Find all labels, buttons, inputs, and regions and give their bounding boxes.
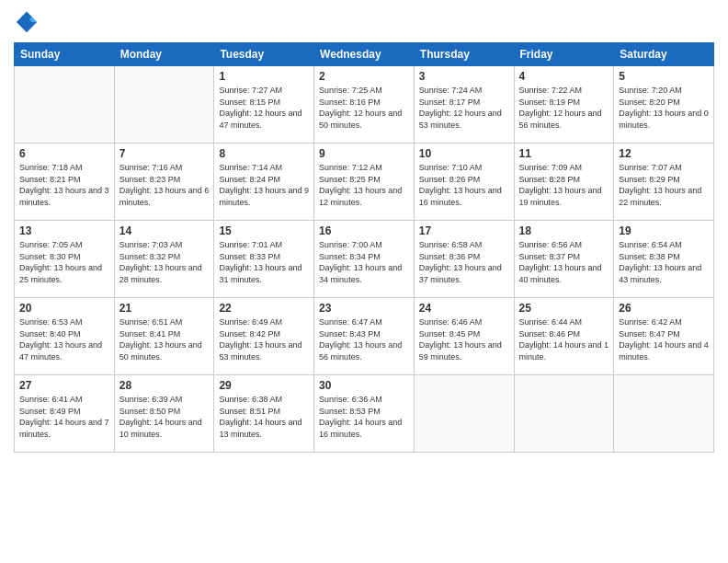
header [14, 9, 714, 35]
calendar-cell: 22Sunrise: 6:49 AM Sunset: 8:42 PM Dayli… [214, 298, 314, 375]
day-number: 24 [419, 302, 509, 315]
day-number: 30 [319, 379, 409, 392]
day-number: 20 [19, 302, 109, 315]
calendar-cell: 16Sunrise: 7:00 AM Sunset: 8:34 PM Dayli… [314, 221, 415, 298]
day-number: 23 [319, 302, 409, 315]
day-info: Sunrise: 6:44 AM Sunset: 8:46 PM Dayligh… [519, 316, 609, 362]
day-number: 15 [219, 224, 309, 237]
calendar-cell: 11Sunrise: 7:09 AM Sunset: 8:28 PM Dayli… [514, 144, 614, 221]
calendar-cell: 23Sunrise: 6:47 AM Sunset: 8:43 PM Dayli… [314, 298, 415, 375]
day-info: Sunrise: 7:09 AM Sunset: 8:28 PM Dayligh… [519, 162, 609, 208]
day-info: Sunrise: 6:56 AM Sunset: 8:37 PM Dayligh… [519, 239, 609, 285]
calendar-cell [15, 66, 115, 144]
calendar-cell: 12Sunrise: 7:07 AM Sunset: 8:29 PM Dayli… [614, 144, 714, 221]
day-number: 5 [619, 70, 709, 83]
day-info: Sunrise: 7:20 AM Sunset: 8:20 PM Dayligh… [619, 85, 709, 131]
calendar-header-wednesday: Wednesday [314, 43, 415, 66]
calendar-week-1: 1Sunrise: 7:27 AM Sunset: 8:15 PM Daylig… [15, 66, 714, 144]
calendar-cell [114, 66, 214, 144]
calendar-week-5: 27Sunrise: 6:41 AM Sunset: 8:49 PM Dayli… [15, 375, 714, 453]
calendar-cell: 19Sunrise: 6:54 AM Sunset: 8:38 PM Dayli… [614, 221, 714, 298]
day-info: Sunrise: 7:24 AM Sunset: 8:17 PM Dayligh… [419, 85, 509, 131]
day-info: Sunrise: 6:42 AM Sunset: 8:47 PM Dayligh… [619, 316, 709, 362]
logo [14, 9, 43, 35]
day-info: Sunrise: 6:49 AM Sunset: 8:42 PM Dayligh… [219, 316, 309, 362]
calendar-cell [414, 375, 514, 453]
calendar-cell: 7Sunrise: 7:16 AM Sunset: 8:23 PM Daylig… [114, 144, 214, 221]
day-info: Sunrise: 6:58 AM Sunset: 8:36 PM Dayligh… [419, 239, 509, 285]
day-number: 22 [219, 302, 309, 315]
calendar-cell: 25Sunrise: 6:44 AM Sunset: 8:46 PM Dayli… [514, 298, 614, 375]
day-number: 26 [619, 302, 709, 315]
day-number: 7 [119, 147, 210, 160]
calendar-header-thursday: Thursday [414, 43, 514, 66]
day-number: 6 [19, 147, 109, 160]
day-info: Sunrise: 6:47 AM Sunset: 8:43 PM Dayligh… [319, 316, 409, 362]
day-info: Sunrise: 6:41 AM Sunset: 8:49 PM Dayligh… [19, 394, 109, 440]
day-info: Sunrise: 7:12 AM Sunset: 8:25 PM Dayligh… [319, 162, 409, 208]
calendar-cell: 21Sunrise: 6:51 AM Sunset: 8:41 PM Dayli… [114, 298, 214, 375]
calendar-cell: 20Sunrise: 6:53 AM Sunset: 8:40 PM Dayli… [15, 298, 115, 375]
day-info: Sunrise: 7:27 AM Sunset: 8:15 PM Dayligh… [219, 85, 309, 131]
calendar-cell: 17Sunrise: 6:58 AM Sunset: 8:36 PM Dayli… [414, 221, 514, 298]
calendar-cell: 6Sunrise: 7:18 AM Sunset: 8:21 PM Daylig… [15, 144, 115, 221]
calendar-cell: 5Sunrise: 7:20 AM Sunset: 8:20 PM Daylig… [614, 66, 714, 144]
calendar-week-2: 6Sunrise: 7:18 AM Sunset: 8:21 PM Daylig… [15, 144, 714, 221]
day-number: 4 [519, 70, 609, 83]
calendar-header-saturday: Saturday [614, 43, 714, 66]
day-number: 29 [219, 379, 309, 392]
day-info: Sunrise: 6:53 AM Sunset: 8:40 PM Dayligh… [19, 316, 109, 362]
day-number: 9 [319, 147, 409, 160]
calendar-cell: 13Sunrise: 7:05 AM Sunset: 8:30 PM Dayli… [15, 221, 115, 298]
day-number: 14 [119, 224, 210, 237]
calendar-cell: 29Sunrise: 6:38 AM Sunset: 8:51 PM Dayli… [214, 375, 314, 453]
day-info: Sunrise: 6:46 AM Sunset: 8:45 PM Dayligh… [419, 316, 509, 362]
day-info: Sunrise: 7:18 AM Sunset: 8:21 PM Dayligh… [19, 162, 109, 208]
day-info: Sunrise: 6:39 AM Sunset: 8:50 PM Dayligh… [119, 394, 210, 440]
day-info: Sunrise: 6:36 AM Sunset: 8:53 PM Dayligh… [319, 394, 409, 440]
day-info: Sunrise: 7:25 AM Sunset: 8:16 PM Dayligh… [319, 85, 409, 131]
day-number: 19 [619, 224, 709, 237]
day-info: Sunrise: 7:14 AM Sunset: 8:24 PM Dayligh… [219, 162, 309, 208]
day-number: 11 [519, 147, 609, 160]
day-number: 18 [519, 224, 609, 237]
calendar-header-monday: Monday [114, 43, 214, 66]
day-number: 13 [19, 224, 109, 237]
day-info: Sunrise: 7:05 AM Sunset: 8:30 PM Dayligh… [19, 239, 109, 285]
day-info: Sunrise: 7:22 AM Sunset: 8:19 PM Dayligh… [519, 85, 609, 131]
calendar-cell [614, 375, 714, 453]
day-number: 17 [419, 224, 509, 237]
calendar-cell: 24Sunrise: 6:46 AM Sunset: 8:45 PM Dayli… [414, 298, 514, 375]
day-number: 2 [319, 70, 409, 83]
calendar-cell: 28Sunrise: 6:39 AM Sunset: 8:50 PM Dayli… [114, 375, 214, 453]
day-info: Sunrise: 7:10 AM Sunset: 8:26 PM Dayligh… [419, 162, 509, 208]
day-info: Sunrise: 6:51 AM Sunset: 8:41 PM Dayligh… [119, 316, 210, 362]
day-number: 25 [519, 302, 609, 315]
page: SundayMondayTuesdayWednesdayThursdayFrid… [0, 0, 728, 563]
day-info: Sunrise: 7:03 AM Sunset: 8:32 PM Dayligh… [119, 239, 210, 285]
day-info: Sunrise: 7:07 AM Sunset: 8:29 PM Dayligh… [619, 162, 709, 208]
calendar-week-3: 13Sunrise: 7:05 AM Sunset: 8:30 PM Dayli… [15, 221, 714, 298]
day-number: 3 [419, 70, 509, 83]
day-info: Sunrise: 6:54 AM Sunset: 8:38 PM Dayligh… [619, 239, 709, 285]
day-info: Sunrise: 7:01 AM Sunset: 8:33 PM Dayligh… [219, 239, 309, 285]
day-number: 12 [619, 147, 709, 160]
day-number: 1 [219, 70, 309, 83]
calendar-header-row: SundayMondayTuesdayWednesdayThursdayFrid… [15, 43, 714, 66]
calendar-header-friday: Friday [514, 43, 614, 66]
calendar-cell: 26Sunrise: 6:42 AM Sunset: 8:47 PM Dayli… [614, 298, 714, 375]
day-number: 10 [419, 147, 509, 160]
calendar-header-sunday: Sunday [15, 43, 115, 66]
calendar-cell: 14Sunrise: 7:03 AM Sunset: 8:32 PM Dayli… [114, 221, 214, 298]
calendar-cell: 3Sunrise: 7:24 AM Sunset: 8:17 PM Daylig… [414, 66, 514, 144]
calendar-header-tuesday: Tuesday [214, 43, 314, 66]
calendar-cell: 27Sunrise: 6:41 AM Sunset: 8:49 PM Dayli… [15, 375, 115, 453]
calendar-cell: 8Sunrise: 7:14 AM Sunset: 8:24 PM Daylig… [214, 144, 314, 221]
calendar-cell: 2Sunrise: 7:25 AM Sunset: 8:16 PM Daylig… [314, 66, 415, 144]
day-info: Sunrise: 7:00 AM Sunset: 8:34 PM Dayligh… [319, 239, 409, 285]
calendar-cell [514, 375, 614, 453]
calendar: SundayMondayTuesdayWednesdayThursdayFrid… [14, 42, 714, 453]
day-info: Sunrise: 6:38 AM Sunset: 8:51 PM Dayligh… [219, 394, 309, 440]
calendar-cell: 9Sunrise: 7:12 AM Sunset: 8:25 PM Daylig… [314, 144, 415, 221]
calendar-week-4: 20Sunrise: 6:53 AM Sunset: 8:40 PM Dayli… [15, 298, 714, 375]
